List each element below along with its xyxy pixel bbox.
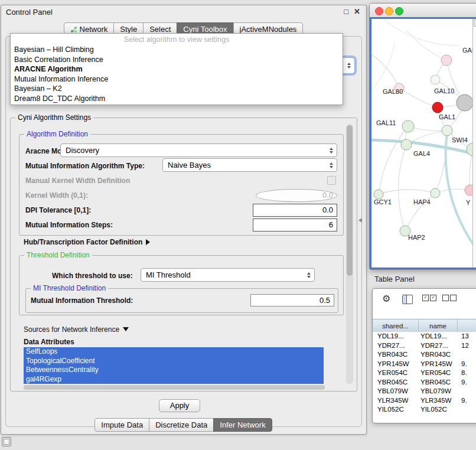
table-row[interactable]: YLR345WYLR345W9. [373,396,476,406]
attributes-horizontal-scrollbar[interactable] [24,385,325,390]
network-node[interactable] [442,125,452,136]
table-panel-window: ⚙ ✓✓ shared...name YDL19...YDL19...13YDR… [372,288,476,423]
table-row[interactable]: YDL19...YDL19...13 [373,332,476,341]
gear-icon[interactable]: ⚙ [382,293,390,304]
network-canvas[interactable]: GALGAL80GAL10GAL11GAL1SWI4GAL4GCY1HAP4YH… [371,19,473,268]
network-node[interactable] [402,120,414,132]
settings-vertical-scrollbar[interactable] [346,124,353,384]
network-node[interactable] [465,185,473,195]
scrollbar-thumb[interactable] [347,125,353,276]
tab-discretize-data[interactable]: Discretize Data [149,418,214,432]
tab-label: Style [120,25,137,34]
node-label: GAL11 [376,119,396,126]
attribute-item[interactable]: SelfLoops [24,347,324,357]
minimize-traffic-light[interactable] [385,7,393,15]
zoom-traffic-light[interactable] [395,7,403,15]
table-cell: YER054C [373,369,418,378]
which-threshold-combo[interactable]: MI Threshold [141,268,315,282]
algorithm-option[interactable]: Dream8 DC_TDC Algorithm [11,94,343,104]
mi-threshold-legend: MI Threshold Definition [31,284,108,292]
sources-section-toggle[interactable]: Sources for Network Inference [24,325,129,334]
mi-steps-label: Mutual Information Steps: [25,221,113,229]
table-row[interactable]: YPR145WYPR145W9. [373,360,476,369]
network-node[interactable] [457,94,473,111]
column-layout-icon[interactable] [402,295,413,304]
network-tab-icon [70,26,77,33]
cyni-settings-legend: Cyni Algorithm Settings [15,113,93,122]
node-label: SWI4 [452,136,468,144]
node-label: HAP4 [413,198,431,206]
collapsed-panel-icon[interactable] [2,437,11,446]
table-cell: 12 [457,341,476,351]
kernel-width-field[interactable]: 0.0 [256,189,337,202]
table-row[interactable]: YIL052CYIL052C [373,405,476,415]
column-header[interactable] [458,319,476,332]
mi-threshold-field[interactable]: 0.5 [250,294,334,306]
apply-button[interactable]: Apply [159,399,200,412]
dpi-tolerance-field[interactable]: 0.0 [253,204,337,217]
mi-steps-field[interactable]: 6 [253,219,337,231]
table-cell: YIL052C [373,405,418,415]
node-label: GAL80 [383,88,403,95]
network-node[interactable] [441,55,452,66]
network-edge [407,31,446,60]
network-node[interactable] [431,75,440,84]
network-edge [371,54,399,88]
algorithm-option[interactable]: ARACNE Algorithm [11,64,343,74]
table-row[interactable]: YDR27...YDR27...12 [373,341,476,351]
table-cell: YDL19... [373,332,418,341]
network-edge [383,19,460,45]
deselect-all-icon[interactable] [442,295,457,301]
algorithm-option[interactable]: Bayesian – Hill Climbing [11,45,343,55]
network-vertical-scrollbar[interactable] [472,19,476,268]
aracne-mode-combo[interactable]: Discovery [60,144,337,157]
node-label: GCY1 [374,198,392,206]
attribute-item[interactable]: gal4RGexp [24,375,324,384]
algorithm-option[interactable]: Basic Correlation Inference [11,55,343,65]
cyni-settings-group: Cyni Algorithm Settings Algorithm Defini… [10,118,357,392]
close-traffic-light[interactable] [375,7,383,15]
attribute-item[interactable]: TopologicalCoefficient [24,357,324,366]
network-node[interactable] [431,188,440,198]
desktop: Control Panel □ ✕ Network Style Select C… [0,0,476,450]
float-window-icon[interactable]: □ [344,7,348,16]
which-threshold-label: Which threshold to use: [52,272,133,280]
table-row[interactable]: YBR045CYBR045C9. [373,378,476,387]
window-title: Control Panel [6,8,53,17]
table-row[interactable]: YER054CYER054C8. [373,369,476,378]
dropdown-placeholder: Select algorithm to view settings [11,35,343,45]
column-header[interactable]: shared... [373,319,419,332]
network-node[interactable] [374,190,383,199]
node-label: GAL1 [439,113,455,120]
mi-threshold-label: Mutual Information Threshold: [31,296,133,305]
table-row[interactable]: YBR043CYBR043C [373,350,476,360]
tab-infer-network[interactable]: Infer Network [213,418,272,432]
cyni-bottom-tabbar: Impute Data Discretize Data Infer Networ… [1,418,366,432]
column-header[interactable]: name [419,319,458,332]
algorithm-definition-legend: Algorithm Definition [24,130,90,138]
table-row[interactable]: YBL079WYBL079W [373,387,476,396]
algorithm-option[interactable]: Bayesian – K2 [11,84,343,94]
algorithm-option[interactable]: Mutual Information Inference [11,74,343,84]
table-header: shared...name [373,319,476,332]
table-cell: YDL19... [418,332,457,341]
select-all-icon[interactable]: ✓✓ [422,295,436,301]
table-cell: YPR145W [373,360,418,369]
manual-kernel-checkbox[interactable] [327,176,336,185]
table-cell: YBR043C [373,350,418,360]
network-node[interactable] [432,102,443,113]
control-panel-titlebar[interactable]: Control Panel □ ✕ [1,5,366,18]
table-panel-title: Table Panel [374,275,415,283]
tab-impute-data[interactable]: Impute Data [94,418,149,432]
splitter-arrow[interactable] [358,218,362,223]
mi-type-combo[interactable]: Naive Bayes [162,158,337,172]
table-cell: 9. [457,360,476,369]
table-cell [457,350,476,360]
hub-section-toggle[interactable]: Hub/Transcription Factor Definition [24,238,150,246]
attribute-item[interactable]: BetweennessCentrality [24,366,324,375]
scrollbar-corner-box[interactable] [474,19,476,27]
network-window-titlebar[interactable] [370,4,476,18]
network-node[interactable] [401,139,412,150]
close-icon[interactable]: ✕ [354,7,360,16]
mi-threshold-group: MI Threshold Definition Mutual Informati… [25,288,338,313]
